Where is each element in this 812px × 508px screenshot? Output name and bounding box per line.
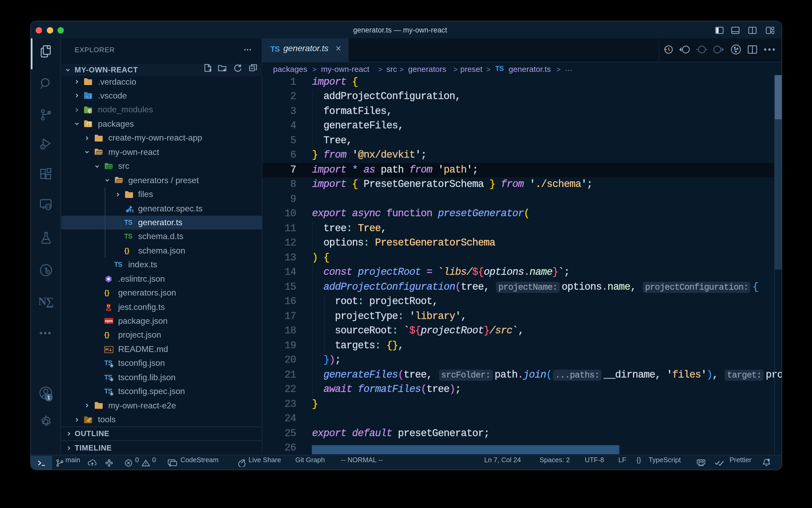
svg-text:TS: TS xyxy=(129,209,133,213)
svg-text:JS: JS xyxy=(88,110,91,113)
